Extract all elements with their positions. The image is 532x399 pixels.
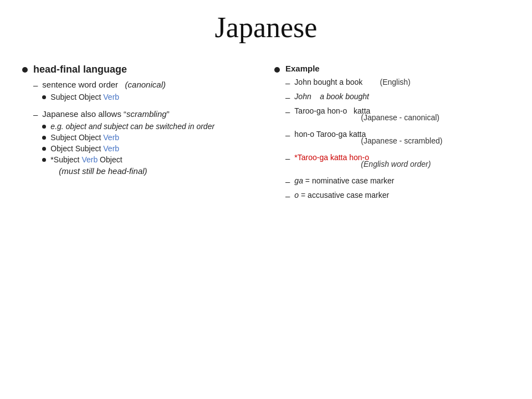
ex-text-1: John bought a book (English) [294,78,410,86]
dash-item-2: – Japanese also allows “scrambling” e.g.… [33,109,258,176]
dash-symbol-1: – [33,80,38,90]
dash-text-1: sentence word order (canonical) Subject … [42,80,258,104]
verb-3: Verb [103,144,119,153]
left-main-label: head-final language [33,64,127,75]
ex-text-6: ga = nominative case marker [294,176,394,185]
ex-text-3: Taroo-ga hon-o katta (Japanese - canonic… [294,106,439,125]
sov-text: Subject Object Verb [50,93,119,101]
left-column: head-final language – sentence word orde… [22,64,269,187]
english-note: (English) [380,78,410,86]
hono-taroo-text: hon-o Taroo-ga katta [294,130,366,139]
ex-text-5: *Taroo-ga katta hon-o (English word orde… [294,153,431,172]
example-hono-scrambled: – hon-o Taroo-ga katta (Japanese - scram… [285,130,510,149]
ex-dash-5: – [285,154,290,163]
dash-item-1: – sentence word order (canonical) Subjec… [33,80,258,104]
right-dash-list: – John bought a book (English) – John a … [285,78,510,201]
sub-item-eg: e.g. object and subject can be switched … [42,122,258,131]
sov2-text: Subject Object Verb [50,133,119,142]
sentence-word-order-text: sentence word order [42,80,125,89]
sub-dot-5 [42,158,46,162]
example-english: – John bought a book (English) [285,78,510,88]
bullet-dot [22,67,28,73]
dash-text-2: Japanese also allows “scrambling” e.g. o… [42,109,258,176]
sub-item-svobj: *Subject Verb Object [42,155,258,164]
sub-bullets-2: e.g. object and subject can be switched … [42,122,258,164]
o-text: o = accusative case marker [294,191,389,200]
right-bullet-content: Example – John bought a book (English) – [285,64,510,205]
left-dash-list: – sentence word order (canonical) Subjec… [33,80,258,176]
taroo-katta-text: Taroo-ga hon-o katta [294,106,370,115]
example-john-book: – John a book bought [285,92,510,102]
left-main-bullet: head-final language – sentence word orde… [22,64,258,181]
sub-bullets-1: Subject Object Verb [42,93,258,101]
sub-dot-4 [42,147,46,151]
example-label: Example [285,64,320,73]
example-ga-marker: – ga = nominative case marker [285,176,510,186]
ga-text: ga = nominative case marker [294,176,394,185]
sub-dot-3 [42,136,46,140]
ex-text-2: John a book bought [294,92,369,101]
head-final-note: (must still be head-final) [42,166,258,176]
page-title: Japanese [22,11,510,44]
john-book-italic: John a book bought [294,92,369,101]
ex-dash-3: – [285,107,290,116]
john-bought-text: John bought a book [294,78,362,86]
sub-dot-2 [42,125,46,129]
example-taroo-canonical: – Taroo-ga hon-o katta (Japanese - canon… [285,106,510,125]
ex-dash-4: – [285,130,290,140]
content-area: head-final language – sentence word orde… [22,64,510,208]
svobj-text: *Subject Verb Object [50,155,122,164]
right-bullet-dot [274,67,280,73]
osv-text: Object Subject Verb [50,144,119,153]
ex-text-4: hon-o Taroo-ga katta (Japanese - scrambl… [294,130,442,149]
sub-dot-1 [42,95,46,99]
sub-item-osv: Object Subject Verb [42,144,258,153]
verb-2: Verb [103,133,119,142]
ex-dash-7: – [285,191,290,201]
eg-text: e.g. object and subject can be switched … [50,122,214,131]
sub-item-sov: Subject Object Verb [42,93,258,101]
sub-item-sov2: Subject Object Verb [42,133,258,142]
right-column: Example – John bought a book (English) – [269,64,510,208]
example-o-marker: – o = accusative case marker [285,191,510,201]
ex-dash-1: – [285,78,290,88]
scrambling-text: Japanese also allows “scrambling” [42,109,169,119]
example-english-order: – *Taroo-ga katta hon-o (English word or… [285,153,510,172]
ex-dash-2: – [285,93,290,102]
verb-1: Verb [103,93,119,101]
left-bullet-content: head-final language – sentence word orde… [33,64,258,181]
ex-dash-6: – [285,177,290,186]
red-taroo-text: *Taroo-ga katta hon-o [294,153,369,162]
dash-symbol-2: – [33,110,38,119]
ex-text-7: o = accusative case marker [294,191,389,200]
canonical-text: (canonical) [125,80,166,89]
verb-4: Verb [81,155,98,164]
right-main-bullet: Example – John bought a book (English) – [274,64,510,205]
